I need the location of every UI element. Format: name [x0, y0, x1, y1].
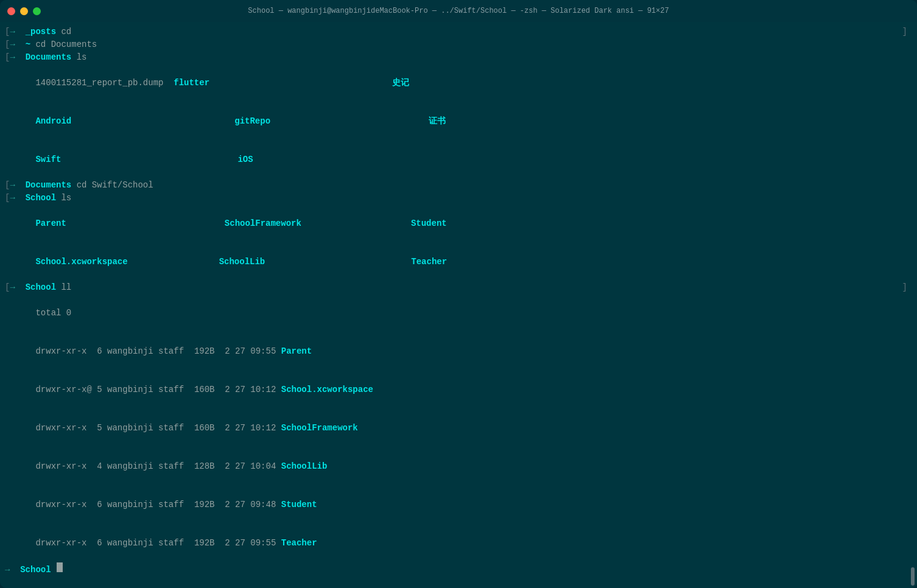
ll-row-teacher: drwxr-xr-x 6 wangbinji staff 192B 2 27 0… — [5, 524, 912, 562]
ll-total: total 0 — [5, 294, 912, 332]
titlebar: School — wangbinji@wangbinjideMacBook-Pr… — [0, 0, 917, 22]
terminal-body[interactable]: [→ _posts cd] [→ ~ cd Documents [→ Docum… — [0, 22, 917, 588]
minimize-button[interactable] — [20, 7, 28, 15]
ls-output-row-3: SwiftiOS — [5, 141, 912, 179]
prompt-line-5: [→ School ls — [5, 192, 912, 205]
prompt-line-4: [→ Documents cd Swift/School — [5, 179, 912, 192]
maximize-button[interactable] — [33, 7, 41, 15]
ls-school-row-1: ParentSchoolFrameworkStudent — [5, 205, 912, 243]
ll-row-student: drwxr-xr-x 6 wangbinji staff 192B 2 27 0… — [5, 486, 912, 524]
terminal-window: School — wangbinji@wangbinjideMacBook-Pr… — [0, 0, 917, 588]
window-title: School — wangbinji@wangbinjideMacBook-Pr… — [248, 7, 669, 15]
ll-row-lib: drwxr-xr-x 4 wangbinji staff 128B 2 27 1… — [5, 447, 912, 486]
ls-output-row-2: AndroidgitRepo证书 — [5, 102, 912, 141]
scrollbar-thumb[interactable] — [911, 567, 915, 586]
cursor — [57, 562, 63, 572]
close-button[interactable] — [7, 7, 15, 15]
traffic-lights — [7, 7, 41, 15]
prompt-line-1: [→ _posts cd] — [5, 26, 912, 38]
ll-row-xcworkspace: drwxr-xr-x@ 5 wangbinji staff 160B 2 27 … — [5, 371, 912, 409]
ll-row-framework: drwxr-xr-x 5 wangbinji staff 160B 2 27 1… — [5, 409, 912, 447]
ls-school-row-2: School.xcworkspaceSchoolLibTeacher — [5, 243, 912, 281]
scrollbar-track[interactable] — [911, 44, 915, 588]
prompt-line-6: [→ School ll] — [5, 281, 912, 294]
ls-output-row-1: 1400115281_report_pb.dump flutter史记 — [5, 64, 912, 102]
prompt-line-2: [→ ~ cd Documents — [5, 38, 912, 51]
ll-row-parent: drwxr-xr-x 6 wangbinji staff 192B 2 27 0… — [5, 332, 912, 371]
prompt-line-3: [→ Documents ls — [5, 51, 912, 64]
current-prompt[interactable]: → School — [5, 562, 912, 576]
